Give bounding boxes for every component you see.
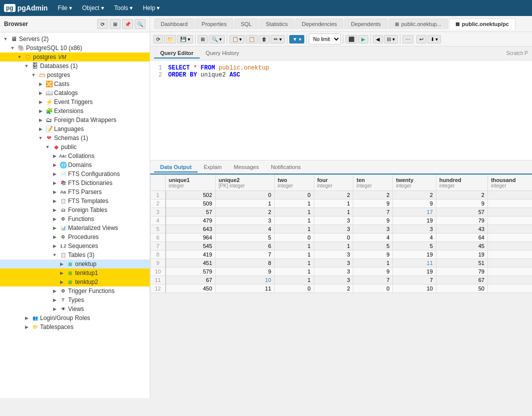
toggle-foreign-tables[interactable]: ▶ [51, 208, 58, 212]
browser-search-btn[interactable]: 🔍 [135, 19, 146, 29]
tab-query-history[interactable]: Query History [200, 48, 245, 58]
col-thousand[interactable]: thousand integer [487, 175, 532, 191]
tree-extensions[interactable]: ▶ 🧩 Extensions [0, 106, 150, 116]
toggle-postgresql[interactable]: ▼ [9, 46, 16, 50]
tab-onektup2[interactable]: ▦ public.onektup/pc [449, 18, 515, 30]
qt-paste-btn[interactable]: 📋 [246, 35, 258, 44]
toggle-servers[interactable]: ▼ [2, 36, 9, 42]
tree-tablespaces[interactable]: ▶ 📁 Tablespaces [0, 322, 150, 332]
qt-download-btn[interactable]: 💾 ▾ [177, 35, 193, 44]
data-table-container[interactable]: unique1 integer unique2 [PK] integer two… [150, 174, 532, 398]
toggle-extensions[interactable]: ▶ [37, 108, 44, 114]
tree-fts-templates[interactable]: ▶ 📋 FTS Templates [0, 196, 150, 206]
qt-delete-btn[interactable]: 🗑 [259, 35, 270, 44]
toggle-collations[interactable]: ▶ [51, 154, 58, 158]
toggle-functions[interactable]: ▶ [51, 216, 58, 222]
toggle-casts[interactable]: ▶ [37, 82, 44, 86]
toggle-tenktup2[interactable]: ▶ [58, 280, 65, 284]
tab-dependencies[interactable]: Dependencies [295, 18, 343, 29]
toggle-tenktup1[interactable]: ▶ [58, 270, 65, 276]
tree-mat-views[interactable]: ▶ 📊 Materialized Views [0, 224, 150, 232]
tab-query-editor[interactable]: Query Editor [154, 48, 200, 58]
tree-types[interactable]: ▶ T Types [0, 296, 150, 304]
tree-foreign-data[interactable]: ▶ 🗂 Foreign Data Wrappers [0, 116, 150, 124]
toggle-foreign-data[interactable]: ▶ [37, 118, 44, 122]
col-four[interactable]: four integer [314, 175, 353, 191]
tree-db-postgres[interactable]: ▼ 🗃 postgres [0, 70, 150, 80]
tree-views[interactable]: ▶ 👁 Views [0, 304, 150, 314]
tree-tenktup2[interactable]: ▶ ▦ tenktup2 [0, 278, 150, 286]
tree-roles[interactable]: ▶ 👥 Login/Group Roles [0, 314, 150, 322]
toggle-domains[interactable]: ▶ [51, 162, 58, 168]
tree-tenktup1[interactable]: ▶ ▦ tenktup1 [0, 268, 150, 278]
qt-limit-select[interactable]: No limit 100 500 1000 [309, 34, 341, 44]
tree-languages[interactable]: ▶ 📝 Languages [0, 124, 150, 134]
toggle-roles[interactable]: ▶ [23, 316, 30, 320]
tab-dependents[interactable]: Dependents [344, 18, 387, 29]
tab-onektup1[interactable]: ▦ public.onektup... [388, 18, 448, 29]
tree-databases[interactable]: ▼ 🗄 Databases (1) [0, 62, 150, 70]
toggle-postgres-server[interactable]: ▼ [16, 54, 23, 60]
tab-sql[interactable]: SQL [234, 18, 258, 29]
col-two[interactable]: two integer [274, 175, 314, 191]
qt-grid-btn[interactable]: ⊞ [198, 35, 208, 44]
qt-layout-btn[interactable]: ⊟ ▾ [384, 35, 398, 44]
browser-pin-btn[interactable]: 📌 [122, 19, 133, 29]
qt-import-btn[interactable]: ⬇ ▾ [427, 35, 441, 44]
tree-trigger-functions[interactable]: ▶ ⚙ Trigger Functions [0, 286, 150, 296]
toggle-databases[interactable]: ▼ [23, 64, 30, 68]
toggle-onektup[interactable]: ▶ [58, 262, 65, 266]
tree-tables[interactable]: ▼ 📋 Tables (3) [0, 250, 150, 260]
toggle-tables[interactable]: ▼ [51, 252, 58, 258]
tree-fts-dicts[interactable]: ▶ 📚 FTS Dictionaries [0, 178, 150, 188]
toggle-mat-views[interactable]: ▶ [51, 226, 58, 230]
tab-dashboard[interactable]: Dashboard [154, 18, 194, 29]
qt-undo-btn[interactable]: ↩ [416, 35, 426, 44]
qt-stop-btn[interactable]: ⬛ [345, 35, 357, 44]
toggle-schemas[interactable]: ▼ [37, 136, 44, 140]
toggle-tablespaces[interactable]: ▶ [23, 324, 30, 330]
tab-properties[interactable]: Properties [195, 18, 233, 29]
tree-sequences[interactable]: ▶ 1.2 Sequences [0, 242, 150, 250]
tree-postgresql[interactable]: ▼ 🐘 PostgreSQL 10 (x86) [0, 44, 150, 52]
tree-fts-parsers[interactable]: ▶ Aa FTS Parsers [0, 188, 150, 196]
tree-domains[interactable]: ▶ 🌐 Domains [0, 160, 150, 170]
qt-back-btn[interactable]: ◀ [373, 35, 383, 44]
tree-postgres-server[interactable]: ▼ ⬡ postgres VM [0, 52, 150, 62]
col-twenty[interactable]: twenty integer [393, 175, 436, 191]
menu-object[interactable]: Object ▾ [78, 2, 108, 14]
tree-catalogs[interactable]: ▶ 📖 Catalogs [0, 88, 150, 98]
toggle-fts-parsers[interactable]: ▶ [51, 190, 58, 194]
toggle-public-schema[interactable]: ▼ [44, 144, 51, 150]
toggle-fts-configs[interactable]: ▶ [51, 172, 58, 176]
toggle-procedures[interactable]: ▶ [51, 234, 58, 240]
tree-foreign-tables[interactable]: ▶ 🗂 Foreign Tables [0, 206, 150, 214]
qt-run-btn[interactable]: ▶ [358, 35, 368, 44]
code-editor[interactable]: 1 SELECT * FROM public.onektup 2 ORDER B… [150, 60, 532, 160]
qt-more-btn[interactable]: ⋯ [402, 35, 413, 44]
col-unique1[interactable]: unique1 integer [166, 175, 216, 191]
qt-search-btn[interactable]: 🔍 ▾ [209, 35, 225, 44]
qt-open-btn[interactable]: ⟳ [153, 35, 163, 44]
toggle-db-postgres[interactable]: ▼ [30, 72, 37, 78]
col-ten[interactable]: ten integer [353, 175, 393, 191]
qt-filter-btn[interactable]: ▼ ▾ [289, 35, 304, 44]
tree-servers[interactable]: ▼ 🖥 Servers (2) [0, 34, 150, 44]
toggle-languages[interactable]: ▶ [37, 126, 44, 132]
tree-collations[interactable]: ▶ Aa↕ Collations [0, 152, 150, 160]
toggle-event-triggers[interactable]: ▶ [37, 100, 44, 104]
toggle-trigger-functions[interactable]: ▶ [51, 288, 58, 294]
tree-event-triggers[interactable]: ▶ ⚡ Event Triggers [0, 98, 150, 106]
menu-tools[interactable]: Tools ▾ [110, 2, 137, 14]
tree-onektup[interactable]: ▶ ▦ onektup [0, 260, 150, 268]
tab-explain[interactable]: Explain [198, 162, 228, 172]
tree-functions[interactable]: ▶ ⚙ Functions [0, 214, 150, 224]
toggle-fts-dicts[interactable]: ▶ [51, 180, 58, 186]
tree-schemas[interactable]: ▼ ❤ Schemas (1) [0, 134, 150, 142]
tree-fts-configs[interactable]: ▶ 📄 FTS Configurations [0, 170, 150, 178]
toggle-fts-templates[interactable]: ▶ [51, 198, 58, 204]
tree-public-schema[interactable]: ▼ ◆ public [0, 142, 150, 152]
tab-notifications[interactable]: Notifications [265, 162, 307, 172]
browser-refresh-btn[interactable]: ⟳ [97, 19, 108, 29]
qt-save-btn[interactable]: 📁 [164, 35, 176, 44]
